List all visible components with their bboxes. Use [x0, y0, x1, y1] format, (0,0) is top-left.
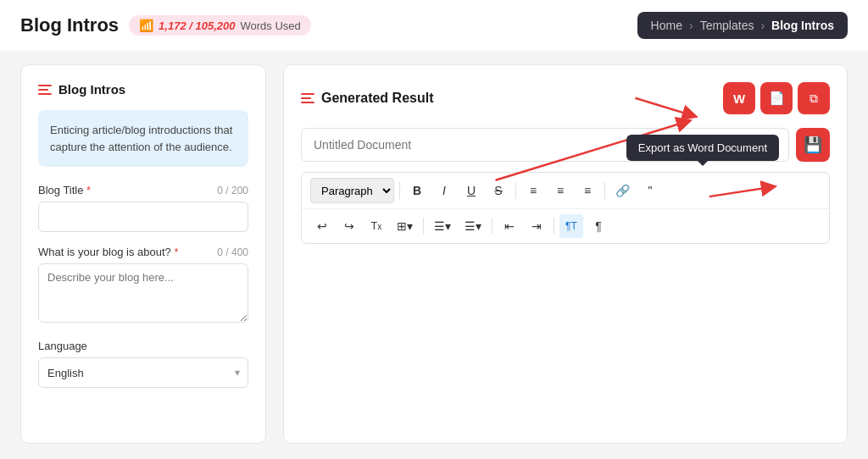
underline-button[interactable]: U — [459, 179, 483, 202]
italic-button[interactable]: I — [432, 179, 456, 202]
panel-title-text: Blog Intros — [58, 82, 125, 97]
strikethrough-button[interactable]: S — [487, 179, 510, 202]
breadcrumb-separator-2: › — [760, 19, 765, 32]
description-box: Enticing article/blog introductions that… — [38, 110, 248, 167]
blog-title-counter: 0 / 200 — [217, 185, 248, 196]
words-badge: 📶 1,172 / 105,200 Words Used — [129, 15, 311, 36]
table-button[interactable]: ⊞▾ — [392, 214, 418, 238]
quote-button[interactable]: " — [638, 179, 662, 202]
clear-format-button[interactable]: Tx — [364, 214, 388, 238]
page-title: Blog Intros — [20, 14, 119, 36]
blog-title-group: Blog Title * 0 / 200 — [38, 184, 248, 232]
result-title-text: Generated Result — [321, 91, 433, 106]
language-label: Language — [38, 340, 87, 352]
language-label-row: Language — [38, 340, 248, 352]
outdent-button[interactable]: ⇤ — [498, 214, 521, 238]
result-hamburger-icon — [301, 93, 314, 103]
toolbar-row-1: Paragraph B I U S ≡ ≡ ≡ 🔗 " — [302, 173, 829, 209]
toolbar-divider-5 — [492, 218, 492, 235]
undo-button[interactable]: ↩ — [310, 214, 334, 238]
chart-icon: 📶 — [139, 19, 153, 32]
language-select-wrap: English ▾ — [38, 357, 248, 388]
align-left-button[interactable]: ≡ — [521, 179, 545, 202]
toolbar-divider-2 — [515, 182, 516, 199]
paragraph-select[interactable]: Paragraph — [310, 178, 394, 203]
toolbar-divider-3 — [604, 182, 605, 199]
save-icon: 💾 — [804, 135, 822, 154]
top-header: Blog Intros 📶 1,172 / 105,200 Words Used… — [0, 0, 868, 51]
page-title-area: Blog Intros 📶 1,172 / 105,200 Words Used — [20, 14, 311, 36]
blog-title-label-row: Blog Title * 0 / 200 — [38, 184, 248, 196]
blog-about-counter: 0 / 400 — [217, 246, 248, 258]
left-panel: Blog Intros Enticing article/blog introd… — [20, 64, 266, 444]
export-doc-button[interactable]: 📄 — [760, 82, 793, 114]
indent-button[interactable]: ⇥ — [525, 214, 548, 238]
toolbar-divider-1 — [399, 182, 400, 199]
blog-about-label: What is your blog is about? — [38, 246, 171, 258]
hamburger-icon — [38, 85, 52, 95]
result-title: Generated Result — [301, 91, 433, 106]
words-used-label: Words Used — [241, 19, 301, 32]
copy-button[interactable]: ⧉ — [798, 82, 830, 114]
language-group: Language English ▾ — [38, 340, 248, 388]
blog-title-label: Blog Title — [38, 184, 83, 196]
editor-toolbar: Paragraph B I U S ≡ ≡ ≡ 🔗 " ↩ ↪ Tx ⊞▾ — [301, 172, 830, 244]
right-panel-header: Generated Result W 📄 ⧉ — [301, 82, 830, 114]
toolbar-row-2: ↩ ↪ Tx ⊞▾ ☰▾ ☰▾ ⇤ ⇥ ¶T ¶ — [302, 209, 829, 243]
language-select[interactable]: English — [38, 357, 248, 388]
bold-button[interactable]: B — [405, 179, 429, 202]
blog-about-required: * — [174, 246, 178, 258]
blog-title-input[interactable] — [38, 202, 248, 232]
toolbar-divider-6 — [554, 218, 554, 235]
export-word-button[interactable]: W — [723, 82, 755, 114]
words-used-count: 1,172 / 105,200 — [159, 19, 235, 32]
editor-area[interactable] — [301, 244, 830, 426]
word-icon: W — [733, 91, 745, 106]
panel-title: Blog Intros — [38, 82, 248, 97]
bullet-list-button[interactable]: ☰▾ — [429, 214, 456, 238]
blog-about-label-row: What is your blog is about? * 0 / 400 — [38, 246, 248, 258]
breadcrumb-templates[interactable]: Templates — [700, 19, 754, 32]
align-center-button[interactable]: ≡ — [548, 179, 572, 202]
breadcrumb-separator-1: › — [689, 19, 693, 32]
breadcrumb: Home › Templates › Blog Intros — [637, 12, 848, 39]
redo-button[interactable]: ↪ — [337, 214, 361, 238]
copy-icon: ⧉ — [810, 91, 818, 106]
action-buttons: W 📄 ⧉ — [723, 82, 830, 114]
link-button[interactable]: 🔗 — [610, 179, 635, 202]
breadcrumb-current: Blog Intros — [771, 19, 834, 32]
breadcrumb-home[interactable]: Home — [651, 19, 682, 32]
text-direction-button[interactable]: ¶T — [559, 214, 583, 238]
doc-icon: 📄 — [769, 91, 785, 106]
export-tooltip: Export as Word Document — [626, 135, 779, 161]
save-doc-button[interactable]: 💾 — [796, 128, 830, 162]
main-content: Blog Intros Enticing article/blog introd… — [0, 51, 868, 457]
blog-title-required: * — [86, 184, 91, 196]
align-right-button[interactable]: ≡ — [576, 179, 599, 202]
paragraph-mark-button[interactable]: ¶ — [587, 214, 610, 238]
blog-about-textarea[interactable] — [38, 263, 248, 323]
toolbar-divider-4 — [423, 218, 424, 235]
right-panel: Export as Word Document Generated Result… — [283, 64, 848, 444]
blog-about-group: What is your blog is about? * 0 / 400 — [38, 246, 248, 326]
numbered-list-button[interactable]: ☰▾ — [459, 214, 487, 238]
